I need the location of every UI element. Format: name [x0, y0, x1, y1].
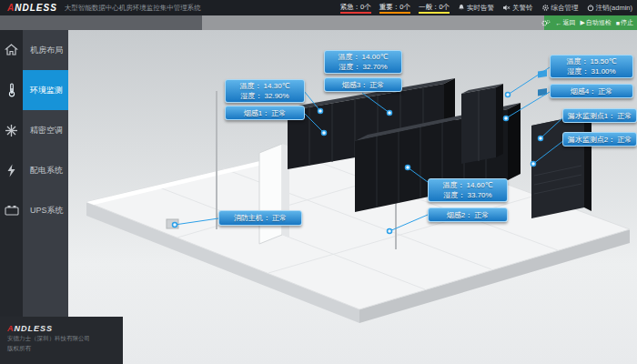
stop-button[interactable]: ■停止 [616, 18, 633, 27]
humidity-value: 湿度： 32.70% [325, 62, 401, 72]
sidebar-item-room-layout[interactable]: 机房布局 [0, 30, 68, 70]
sidebar-item-ups-system[interactable]: UPS系统 [0, 190, 68, 230]
sidebar-item-power-distribution[interactable]: 配电系统 [0, 150, 68, 190]
menu-mute-alarm-bell[interactable]: 关警铃 [502, 4, 533, 13]
view-control-toolbar: ←返回 ▶自动巡检 ■停止 [544, 15, 637, 30]
humidity-value: 湿度： 32.90% [226, 91, 304, 101]
footer-logo: ANDLESS [7, 324, 123, 333]
play-icon: ▶ [580, 19, 584, 26]
brand-logo: ANDLESS [7, 3, 57, 13]
settings-gears-icon[interactable] [541, 19, 551, 27]
alarm-counter-major[interactable]: 重要：0个 [379, 3, 410, 14]
temp-humidity-callout-2: 温度： 14.00℃ 湿度： 32.70% [324, 50, 402, 74]
auto-patrol-button[interactable]: ▶自动巡检 [580, 18, 611, 27]
partition-wall [259, 144, 282, 244]
temperature-value: 温度： 15.50℃ [551, 56, 632, 66]
bell-icon [458, 4, 465, 12]
fan-icon [0, 110, 23, 150]
thermometer-icon [0, 70, 23, 110]
temperature-value: 温度： 14.00℃ [325, 52, 401, 62]
smoke-sensor-2-callout: 烟感2： 正常 [428, 207, 508, 222]
menu-admin-management[interactable]: 综合管理 [541, 4, 579, 13]
stop-icon: ■ [616, 20, 620, 26]
power-icon [587, 4, 594, 12]
home-icon [0, 30, 23, 70]
temp-humidity-callout-4: 温度： 14.60℃ 湿度： 33.70% [428, 178, 508, 202]
smoke-sensor-3-callout: 烟感3： 正常 [324, 77, 402, 92]
temperature-value: 温度： 14.30℃ [226, 81, 304, 91]
secondary-toolbar: ←返回 ▶自动巡检 ■停止 [0, 15, 637, 30]
toolbar-left-segment [0, 15, 202, 30]
temperature-value: 温度： 14.60℃ [429, 180, 507, 190]
sidebar-nav: 机房布局 环境监测 精密空调 配电系统 [0, 30, 68, 317]
mute-icon [502, 4, 511, 12]
humidity-value: 湿度： 33.70% [429, 190, 507, 200]
smoke-sensor-1-callout: 烟感1： 正常 [225, 106, 305, 120]
temp-humidity-callout-1: 温度： 14.30℃ 湿度： 32.90% [225, 79, 305, 103]
company-name: 安德力士（深圳）科技有限公司 [7, 335, 123, 343]
alarm-counter-critical[interactable]: 紧急：0个 [340, 3, 371, 14]
sidebar-item-precision-aircon[interactable]: 精密空调 [0, 110, 68, 150]
back-button[interactable]: ←返回 [555, 18, 575, 27]
alarm-counter-minor[interactable]: 一般：0个 [419, 3, 450, 14]
temp-humidity-callout-3: 温度： 15.50℃ 湿度： 31.00% [550, 55, 633, 78]
gear-icon [541, 4, 550, 12]
system-title: 大型智能数据中心机房环境监控集中管理系统 [65, 4, 201, 13]
bolt-icon [0, 150, 23, 190]
back-icon: ← [555, 20, 561, 26]
fire-host-callout: 消防主机： 正常 [218, 210, 302, 226]
leak-detect-1-callout: 漏水监测点1： 正常 [562, 108, 637, 123]
menu-logout[interactable]: 注销(admin) [587, 4, 632, 13]
smoke-sensor-4-callout: 烟感4： 正常 [550, 84, 633, 98]
cabinet-pair [461, 84, 503, 164]
leak-detect-2-callout: 漏水监测点2： 正常 [562, 132, 637, 147]
sidebar-item-environment-monitor[interactable]: 环境监测 [0, 70, 68, 110]
app-window: 温度： 14.30℃ 湿度： 32.90% 烟感1： 正常 温度： 14.00℃… [0, 0, 637, 364]
battery-icon [0, 190, 23, 230]
humidity-value: 湿度： 31.00% [551, 66, 632, 76]
copyright-text: 版权所有 [7, 345, 123, 353]
menu-realtime-alarms[interactable]: 实时告警 [458, 4, 494, 13]
top-bar: ANDLESS 大型智能数据中心机房环境监控集中管理系统 紧急：0个 重要：0个… [0, 0, 637, 15]
footer-branding: ANDLESS 安德力士（深圳）科技有限公司 版权所有 [0, 317, 123, 364]
